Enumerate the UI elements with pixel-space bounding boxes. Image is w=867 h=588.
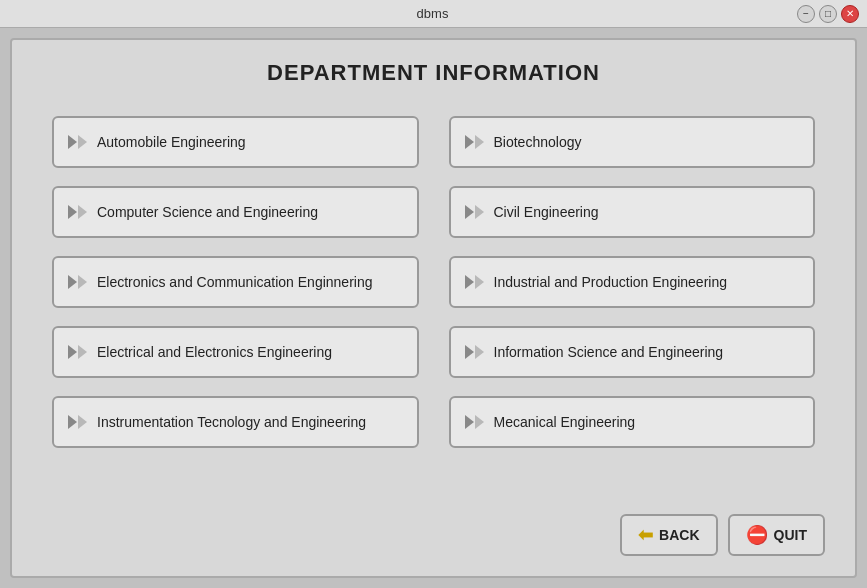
- arrows-icon: [68, 415, 87, 429]
- dept-label: Instrumentation Tecnology and Engineerin…: [97, 414, 366, 430]
- dept-label: Automobile Engineering: [97, 134, 246, 150]
- dept-label: Biotechnology: [494, 134, 582, 150]
- close-button[interactable]: ✕: [841, 5, 859, 23]
- arrows-icon: [465, 345, 484, 359]
- page-title: DEPARTMENT INFORMATION: [32, 60, 835, 86]
- arrows-icon: [68, 205, 87, 219]
- back-label: BACK: [659, 527, 699, 543]
- arrows-icon: [465, 275, 484, 289]
- dept-button-ece[interactable]: Electronics and Communication Enginnerin…: [52, 256, 419, 308]
- arrows-icon: [68, 345, 87, 359]
- arrows-icon: [68, 275, 87, 289]
- dept-button-ise[interactable]: Information Science and Engineering: [449, 326, 816, 378]
- maximize-button[interactable]: □: [819, 5, 837, 23]
- dept-button-auto-eng[interactable]: Automobile Engineering: [52, 116, 419, 168]
- quit-label: QUIT: [774, 527, 807, 543]
- arrows-icon: [465, 415, 484, 429]
- dept-label: Computer Science and Engineering: [97, 204, 318, 220]
- arrows-icon: [68, 135, 87, 149]
- back-icon: ⬅: [638, 524, 653, 546]
- dept-button-ite[interactable]: Instrumentation Tecnology and Engineerin…: [52, 396, 419, 448]
- quit-icon: ⛔: [746, 524, 768, 546]
- dept-button-biotech[interactable]: Biotechnology: [449, 116, 816, 168]
- dept-button-mech[interactable]: Mecanical Engineering: [449, 396, 816, 448]
- quit-button[interactable]: ⛔ QUIT: [728, 514, 825, 556]
- dept-button-cse[interactable]: Computer Science and Engineering: [52, 186, 419, 238]
- dept-label: Information Science and Engineering: [494, 344, 724, 360]
- minimize-button[interactable]: −: [797, 5, 815, 23]
- dept-button-ipe[interactable]: Industrial and Production Engineering: [449, 256, 816, 308]
- dept-button-civil-eng[interactable]: Civil Engineering: [449, 186, 816, 238]
- dept-label: Electrical and Electronics Engineering: [97, 344, 332, 360]
- dept-label: Electronics and Communication Enginnerin…: [97, 274, 372, 290]
- dept-label: Industrial and Production Engineering: [494, 274, 728, 290]
- window-title: dbms: [68, 6, 797, 21]
- back-button[interactable]: ⬅ BACK: [620, 514, 717, 556]
- dept-label: Civil Engineering: [494, 204, 599, 220]
- dept-label: Mecanical Engineering: [494, 414, 636, 430]
- title-bar: dbms − □ ✕: [0, 0, 867, 28]
- arrows-icon: [465, 135, 484, 149]
- main-content: DEPARTMENT INFORMATION Automobile Engine…: [10, 38, 857, 578]
- dept-button-eee[interactable]: Electrical and Electronics Engineering: [52, 326, 419, 378]
- arrows-icon: [465, 205, 484, 219]
- departments-grid: Automobile Engineering Biotechnology Com…: [52, 116, 815, 448]
